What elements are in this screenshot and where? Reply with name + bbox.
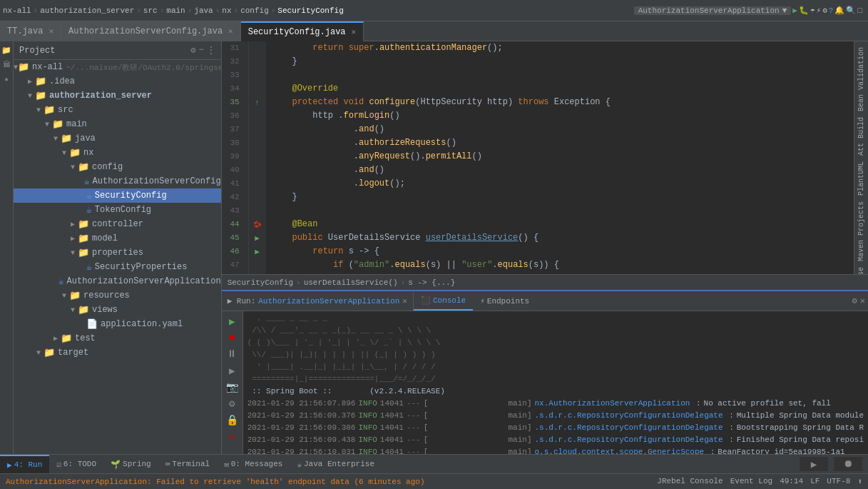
coverage-icon[interactable]: ☂: [810, 6, 815, 15]
breadcrumb-nx[interactable]: nx: [222, 6, 231, 15]
console-toolbar-icons: ⚙ ✕: [852, 296, 868, 306]
maven-label[interactable]: Maven Projects: [857, 198, 866, 264]
pause-icon[interactable]: ⏸: [225, 347, 239, 361]
console-log-1: 2021-01-29 21:56:07.896 INFO 14041 --- […: [247, 398, 864, 410]
bottom-tab-messages[interactable]: ✉ 0: Messages: [217, 455, 290, 474]
console-log-2: 2021-01-29 21:56:09.376 INFO 14041 --- […: [247, 410, 864, 422]
help-icon[interactable]: ?: [829, 6, 834, 15]
close2-icon[interactable]: ✕: [225, 429, 239, 443]
bottom-right-controls: ▶ ⏺: [800, 457, 868, 471]
tree-item-target[interactable]: ▼ 📁 target: [14, 346, 221, 360]
tree-item-views[interactable]: ▼ 📁 views: [14, 303, 221, 317]
debug-icon[interactable]: 🐛: [799, 6, 809, 15]
tab-tt-java[interactable]: TT.java ✕: [0, 21, 61, 41]
tree-item-resources[interactable]: ▼ 📁 resources: [14, 288, 221, 303]
code-line-47: if ("admin".equals(s) || "user".equals(s…: [272, 258, 854, 272]
structure-icon[interactable]: 🏛: [1, 59, 12, 71]
bottom-tab-list: ▶ 4: Run ☑ 6: TODO 🌱 Spring ⌨ Terminal ✉…: [0, 455, 382, 474]
sidebar-collapse-icon[interactable]: −: [198, 45, 203, 56]
tab-security-config-close[interactable]: ✕: [352, 27, 357, 36]
tab-auth-config-close[interactable]: ✕: [228, 26, 233, 36]
run-dropdown[interactable]: AuthorizationServerApplication ▼: [634, 6, 792, 15]
tree-item-application-yaml[interactable]: 📄 application.yaml: [14, 317, 221, 331]
tree-item-nx[interactable]: ▼ 📁 nx: [14, 146, 221, 160]
tab-security-config[interactable]: SecurityConfig.java ✕: [241, 21, 364, 41]
bottom-tab-spring[interactable]: 🌱 Spring: [103, 455, 158, 474]
settings-icon[interactable]: ⚙: [822, 6, 827, 15]
breadcrumb-authorization-server[interactable]: authorization_server: [40, 6, 134, 15]
console-close-icon[interactable]: ✕: [860, 296, 865, 306]
sidebar-gear-icon[interactable]: ⋮: [207, 45, 215, 56]
rerun-icon[interactable]: ▶: [225, 314, 239, 328]
console-log-4: 2021-01-29 21:56:09.438 INFO 14041 --- […: [247, 434, 864, 446]
dump-icon[interactable]: 📷: [225, 380, 239, 394]
console-settings-icon[interactable]: ⚙: [852, 296, 857, 306]
event-log-label[interactable]: Event Log: [730, 477, 772, 486]
sidebar-header-icons: ⚙ − ⋮: [190, 45, 215, 56]
tab-tt-java-label: TT.java: [7, 26, 43, 36]
code-line-43: [272, 204, 854, 218]
stop-icon[interactable]: ■: [225, 331, 239, 345]
tree-item-controller[interactable]: ▶ 📁 controller: [14, 217, 221, 231]
media-play-button[interactable]: ▶: [800, 457, 828, 471]
bottom-tab-java-enterprise[interactable]: ☕ Java Enterprise: [290, 455, 382, 474]
tab-tt-java-close[interactable]: ✕: [48, 26, 53, 36]
tab-auth-config[interactable]: AuthorizationServerConfig.java ✕: [61, 21, 241, 41]
breadcrumb-security-config[interactable]: SecurityConfig: [277, 6, 343, 15]
tree-item-main[interactable]: ▼ 📁 main: [14, 117, 221, 131]
tree-item-properties[interactable]: ▼ 📁 properties: [14, 246, 221, 260]
line-separator[interactable]: LF: [810, 477, 820, 486]
code-editor-content[interactable]: return super.authenticationManager(); } …: [266, 41, 854, 274]
search-everywhere-icon[interactable]: 🔍: [846, 6, 856, 15]
gutter-run-icon-45[interactable]: ▶: [249, 231, 266, 245]
tree-item-token-config[interactable]: ☕ TokenConfig: [14, 203, 221, 217]
scroll-lock-icon[interactable]: 🔒: [225, 413, 239, 427]
tree-item-security-config[interactable]: ☕ SecurityConfig: [14, 188, 221, 203]
jrebel-console-label[interactable]: JRebel Console: [657, 477, 723, 486]
profile-icon[interactable]: ⚡: [817, 6, 822, 15]
tree-item-idea[interactable]: ▶ 📁 .idea: [14, 74, 221, 89]
project-icon[interactable]: 📁: [0, 44, 13, 56]
gutter-run-icon-46[interactable]: ▶: [249, 245, 266, 258]
tree-item-test[interactable]: ▶ 📁 test: [14, 331, 221, 346]
settings2-icon[interactable]: ⚙: [225, 396, 239, 410]
bottom-console-panel: ▶ Run: AuthorizationServerApplication ✕ …: [222, 290, 868, 454]
breadcrumb-config[interactable]: config: [240, 6, 269, 15]
plantuml-label[interactable]: PlantUML: [857, 158, 866, 198]
tree-item-nx-all[interactable]: ▼ 📁 nx-all ~/...naixue/教研/OAuth2.0/sprin…: [14, 60, 221, 74]
bean-validation-label[interactable]: Bean Validation: [857, 44, 866, 114]
bottom-tab-terminal[interactable]: ⌨ Terminal: [158, 455, 217, 474]
git-icon[interactable]: ⬆: [857, 477, 862, 486]
run-close-icon[interactable]: ✕: [402, 296, 407, 306]
sidebar-settings-icon[interactable]: ⚙: [190, 45, 195, 56]
gutter-bean-icon-44: 🫘: [249, 218, 266, 231]
database-label[interactable]: Database: [857, 264, 866, 274]
bottom-tab-todo[interactable]: ☑ 6: TODO: [49, 455, 103, 474]
media-record-button[interactable]: ⏺: [834, 457, 862, 471]
maximize-icon[interactable]: □: [857, 6, 862, 15]
tree-item-model[interactable]: ▶ 📁 model: [14, 231, 221, 246]
tree-item-authorization-server[interactable]: ▼ 📁 authorization_server: [14, 89, 221, 103]
run-icon[interactable]: ▶: [792, 6, 797, 15]
run-app-name: AuthorizationServerApplication: [258, 297, 399, 306]
tree-item-security-props[interactable]: ☕ SecurityProperties: [14, 260, 221, 274]
breadcrumb: nx-all › authorization_server › src › ma…: [3, 6, 631, 15]
breadcrumb-java[interactable]: java: [194, 6, 213, 15]
resume-icon[interactable]: ▶: [225, 363, 239, 378]
tree-item-config[interactable]: ▼ 📁 config: [14, 160, 221, 174]
tree-item-java[interactable]: ▼ 📁 java: [14, 131, 221, 146]
bottom-tab-run[interactable]: ▶ 4: Run: [0, 455, 49, 474]
breadcrumb-src[interactable]: src: [143, 6, 158, 15]
breadcrumb-main[interactable]: main: [166, 6, 185, 15]
tree-item-src[interactable]: ▼ 📁 src: [14, 103, 221, 117]
favorites-icon[interactable]: ★: [3, 73, 11, 85]
breadcrumb-nx-all[interactable]: nx-all: [3, 6, 31, 15]
tree-item-auth-server-config[interactable]: ☕ AuthorizationServerConfig: [14, 174, 221, 188]
top-toolbar-right: AuthorizationServerApplication ▼ ▶ 🐛 ☂ ⚡…: [631, 6, 865, 15]
tree-item-auth-server-app[interactable]: ☕ AuthorizationServerApplication: [14, 274, 221, 288]
notification-icon[interactable]: 🔔: [834, 6, 844, 15]
console-tab[interactable]: ⬛ Console: [414, 292, 473, 311]
att-build-label[interactable]: Att Build: [857, 114, 866, 158]
encoding[interactable]: UTF-8: [827, 477, 850, 486]
endpoints-tab[interactable]: ⚡ Endpoints: [473, 292, 536, 311]
